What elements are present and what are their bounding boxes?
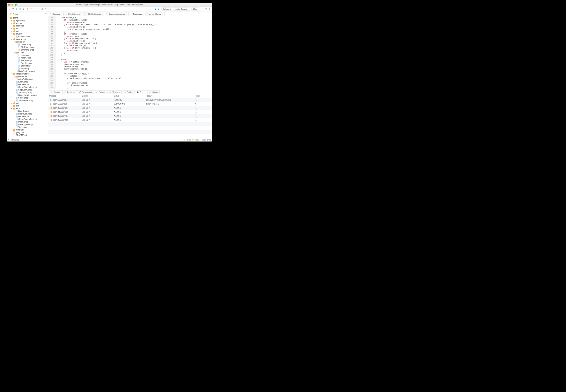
tree-row[interactable]: ▸spring xyxy=(7,102,48,104)
twist-icon[interactable]: ▸ xyxy=(11,25,12,27)
twist-icon[interactable]: ▾ xyxy=(11,38,12,40)
tree-row[interactable]: Sun.snap xyxy=(7,67,48,70)
tree-row[interactable]: ▸math xyxy=(7,30,48,32)
table-row[interactable]: ▶ agent-820054027Mac OS XRUNNING/solarsy… xyxy=(48,98,212,102)
col-focus[interactable]: Focus xyxy=(193,94,212,98)
twist-icon[interactable]: ▸ xyxy=(11,30,12,32)
collapse-icon[interactable]: ◄ xyxy=(45,13,47,14)
tree-row[interactable]: GameController.snap xyxy=(7,118,48,121)
editor-tab[interactable]: ✎Tetris.snap× xyxy=(129,12,145,16)
tree-row[interactable]: ▾physics xyxy=(7,32,48,35)
nav-forward-icon[interactable]: ► xyxy=(157,8,161,10)
tree-row[interactable]: Coord.snap xyxy=(7,43,48,46)
tree-row[interactable]: ▾tetris xyxy=(7,107,48,110)
tree-row[interactable]: ▸android xyxy=(7,22,48,25)
tree-row[interactable]: ▸http xyxy=(7,27,48,30)
refresh-icon[interactable]: ⟳ xyxy=(208,8,211,11)
twist-icon[interactable]: ▸ xyxy=(11,102,12,104)
fontsize-select[interactable]: 12px◆ xyxy=(191,7,199,11)
table-row[interactable]: ❚❚ agent-1320054659Mac OS XWAITING xyxy=(48,118,212,122)
close-tab-icon[interactable]: × xyxy=(61,13,62,15)
col-process[interactable]: Process xyxy=(48,94,80,98)
focus-radio[interactable] xyxy=(195,111,197,113)
tree-row[interactable]: Host.snap xyxy=(7,54,48,56)
tree-row[interactable]: BoardCell.snap xyxy=(7,112,48,115)
tree-row[interactable]: Tetris.snap xyxy=(7,126,48,128)
tree-row[interactable]: ▸resources xyxy=(7,75,48,78)
tree-row[interactable]: Entity.snap xyxy=(7,81,48,83)
editor-tab[interactable]: ✎SpaceInvaders.snap× xyxy=(105,12,129,16)
tree-row[interactable]: README.txt xyxy=(7,134,48,137)
step-over-icon[interactable]: ↷ xyxy=(30,8,33,11)
stop-icon[interactable]: ⊘ xyxy=(26,8,29,11)
tree-row[interactable]: GameController.snap xyxy=(7,86,48,88)
theme-select[interactable]: Eclipse◆ xyxy=(162,7,172,11)
bottom-tab-debug[interactable]: 🐞Debug xyxy=(135,90,147,94)
project-tab[interactable]: 📁 Project xyxy=(8,12,20,16)
tree-row[interactable]: ▸algorithms xyxy=(7,19,48,22)
table-row[interactable]: ❚❚ agent-1220054427Mac OS XWAITING xyxy=(48,114,212,118)
editor-tab[interactable]: ✎ShotEntity.snap× xyxy=(84,12,104,16)
bottom-tab-breakpoints[interactable]: 📌Breakpoints xyxy=(77,90,94,94)
save-icon[interactable]: 💾 xyxy=(11,8,14,11)
tree-row[interactable]: SpaceInvaders.snap xyxy=(7,94,48,97)
twist-icon[interactable]: ▾ xyxy=(11,33,12,35)
close-tab-icon[interactable]: × xyxy=(143,13,144,15)
focus-radio[interactable] xyxy=(195,114,197,117)
code-area[interactable]: tetrisLoop() { if (game.isDropping()) { … xyxy=(56,16,158,89)
crumb-demo[interactable]: demo xyxy=(187,139,191,141)
tree-row[interactable]: ShipEntity.snap xyxy=(7,88,48,91)
step-into-icon[interactable]: ↘ xyxy=(33,8,36,11)
twist-icon[interactable]: ▾ xyxy=(13,52,15,53)
tree-row[interactable]: .gitignore xyxy=(7,131,48,134)
run-icon[interactable]: ▶ xyxy=(22,8,25,11)
twist-icon[interactable]: ▸ xyxy=(11,28,12,29)
focus-radio[interactable] xyxy=(195,98,197,101)
tree-row[interactable]: SolarSystem.snap xyxy=(7,70,48,72)
table-row[interactable]: ▶ agent-920054130Mac OS XDEBUGGING/tetri… xyxy=(48,102,212,106)
tree-row[interactable]: ▾model xyxy=(7,51,48,54)
tree-row[interactable]: Planet.snap xyxy=(7,59,48,62)
editor-tab[interactable]: ✎ShipEntity.snap× xyxy=(64,12,84,16)
focus-radio[interactable] xyxy=(195,103,197,105)
twist-icon[interactable]: ▸ xyxy=(13,76,15,77)
focus-radio[interactable] xyxy=(195,118,197,121)
twist-icon[interactable]: ▾ xyxy=(11,73,12,75)
col-status[interactable]: Status xyxy=(112,94,144,98)
editor-tab[interactable]: ✎Sun.snap× xyxy=(49,12,64,16)
tree-row[interactable]: cannon.snap xyxy=(7,35,48,38)
crumb-file[interactable]: Tetris.snap xyxy=(202,139,211,141)
bottom-tab-history[interactable]: ▭History xyxy=(147,90,160,94)
tree-row[interactable]: ▾spaceinvaders xyxy=(7,72,48,75)
crumb-tetris[interactable]: tetris xyxy=(195,139,199,141)
tree-row[interactable]: ShotEntity.snap xyxy=(7,91,48,94)
twist-icon[interactable]: ▾ xyxy=(11,108,12,109)
search-icon[interactable]: 🔍 xyxy=(19,8,22,11)
tree-row[interactable]: SkyFrame.snap xyxy=(7,46,48,48)
bottom-tab-console[interactable]: ▭Console xyxy=(49,90,62,94)
close-tab-icon[interactable]: × xyxy=(126,13,127,15)
variables-icon[interactable]: ⇵ xyxy=(41,8,44,11)
twist-icon[interactable]: ▸ xyxy=(11,20,12,21)
delete-icon[interactable]: 🗑 xyxy=(15,8,18,11)
code-editor[interactable]: 8788899091929394959697989910010110210310… xyxy=(48,16,212,89)
table-row[interactable]: ❚❚ agent-1020054257Mac OS XWAITING xyxy=(48,106,212,110)
tree-row[interactable]: Sprite.snap xyxy=(7,97,48,99)
tree-row[interactable]: ▸wireframe xyxy=(7,128,48,131)
twist-icon[interactable]: ▸ xyxy=(11,105,12,107)
tree-row[interactable]: Game.snap xyxy=(7,115,48,118)
close-tab-icon[interactable]: × xyxy=(82,13,83,15)
editor-tab[interactable]: ✎render3d.snap× xyxy=(146,12,165,16)
tree-row[interactable]: ▸examples xyxy=(7,25,48,27)
font-select[interactable]: Lucida Console◆ xyxy=(173,7,190,11)
tree-row[interactable]: PieceType.snap xyxy=(7,123,48,126)
table-row[interactable]: ❚❚ agent-1120054325Mac OS XWAITING xyxy=(48,110,212,114)
fullscreen-icon[interactable]: ⛶ xyxy=(200,8,203,11)
bottom-tab-profiler[interactable]: ◷Profiler xyxy=(122,90,135,94)
tree-row[interactable]: Game.snap xyxy=(7,83,48,86)
project-tree[interactable]: ▾demo▸algorithms▸android▸examples▸http▸m… xyxy=(7,16,48,138)
bottom-tab-threads[interactable]: ≡Threads xyxy=(94,90,107,94)
tree-row[interactable]: ▾demo xyxy=(7,16,48,19)
twist-icon[interactable]: ▸ xyxy=(11,22,12,24)
nav-back-icon[interactable]: ◄ xyxy=(153,8,156,10)
